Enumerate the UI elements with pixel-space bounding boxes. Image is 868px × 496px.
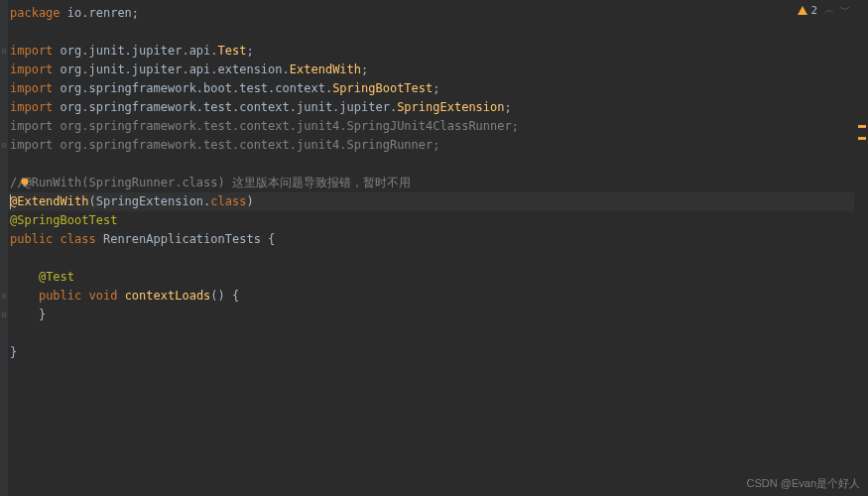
code-line[interactable]: ⊟import org.springframework.test.context… [8,136,854,155]
import-class: Test [218,44,247,58]
semicolon: ; [361,62,368,76]
annotation: @SpringBootTest [10,213,117,227]
nav-arrows[interactable]: ︿ ﹀ [824,3,850,17]
empty-line[interactable] [8,23,854,42]
import-class: SpringExtension [397,100,504,114]
empty-line[interactable] [8,249,854,268]
annotation: @ExtendWith [10,194,88,208]
svg-point-0 [22,179,29,186]
package-name: io.renren [61,6,132,20]
code-line[interactable]: @SpringBootTest [8,211,854,230]
scrollbar[interactable] [854,0,868,496]
code-line[interactable]: public class RenrenApplicationTests { [8,230,854,249]
code-line[interactable]: ⊟ public void contextLoads() { [8,287,854,306]
import-pkg: org.junit.jupiter.api. [53,44,217,58]
svg-rect-1 [24,185,27,186]
code-line[interactable]: ⊟ } [8,306,854,324]
fold-indicator-icon[interactable]: ⊟ [0,287,8,306]
import-pkg: org.springframework.boot.test.context. [53,81,332,95]
code-editor[interactable]: package io.renren; ⊟import org.junit.jup… [8,0,854,496]
nav-down-icon[interactable]: ﹀ [840,3,850,17]
watermark: CSDN @Evan是个好人 [747,476,860,491]
semicolon: ; [433,81,439,95]
code-line[interactable]: //@RunWith(SpringRunner.class) 这里版本问题导致报… [8,174,854,192]
inspection-badge[interactable]: 2 ︿ ﹀ [798,3,850,17]
semicolon: ; [246,44,253,58]
warning-count: 2 [810,4,817,17]
keyword: class [61,232,96,246]
keyword: import [10,44,53,58]
code-line[interactable]: } [8,343,854,362]
code-line[interactable]: package io.renren; [8,4,854,23]
code-line[interactable]: import org.springframework.test.context.… [8,98,854,117]
import-class: SpringBootTest [332,81,433,95]
code-line[interactable]: ⊟import org.junit.jupiter.api.Test; [8,42,854,61]
brace: } [39,308,46,321]
code-line[interactable]: import org.springframework.test.context.… [8,117,854,136]
nav-up-icon[interactable]: ︿ [824,3,834,17]
brace: { [268,232,275,246]
method-sig: () { [210,289,239,303]
keyword: import [10,81,53,95]
code-line[interactable]: import org.springframework.boot.test.con… [8,79,854,98]
code-line[interactable]: import org.junit.jupiter.api.extension.E… [8,61,854,79]
keyword: class [210,194,246,208]
keyword: void [89,289,118,303]
fold-indicator-icon[interactable]: ⊟ [0,306,8,324]
empty-line[interactable] [8,324,854,343]
semicolon: ; [132,6,139,20]
empty-line[interactable] [8,155,854,174]
warning-stripe[interactable] [858,125,866,128]
intention-bulb-icon[interactable] [20,178,30,187]
import-pkg: org.junit.jupiter.api.extension. [53,62,289,76]
import-pkg: org.springframework.test.context.junit.j… [53,100,397,114]
keyword: import [10,62,53,76]
annotation-arg: (SpringExtension. [88,194,210,208]
comment: //@RunWith(SpringRunner.class) 这里版本问题导致报… [10,176,411,189]
brace: } [10,345,17,359]
unused-import: import org.springframework.test.context.… [10,119,519,133]
keyword: import [10,100,53,114]
keyword: public [39,289,81,303]
semicolon: ; [505,100,512,114]
fold-indicator-icon[interactable]: ⊟ [0,136,8,155]
import-class: ExtendWith [290,62,361,76]
class-name: RenrenApplicationTests [96,232,268,246]
annotation-arg: ) [246,194,253,208]
code-line-current[interactable]: @ExtendWith(SpringExtension.class) [8,192,854,211]
keyword: package [10,6,61,20]
annotation: @Test [39,270,74,284]
warning-stripe[interactable] [858,137,866,140]
warning-triangle-icon [798,6,807,15]
keyword: public [10,232,53,246]
unused-import: import org.springframework.test.context.… [10,138,440,152]
editor-gutter [0,0,8,496]
fold-indicator-icon[interactable]: ⊟ [0,42,8,61]
method-name: contextLoads [117,289,210,303]
code-line[interactable]: @Test [8,268,854,287]
